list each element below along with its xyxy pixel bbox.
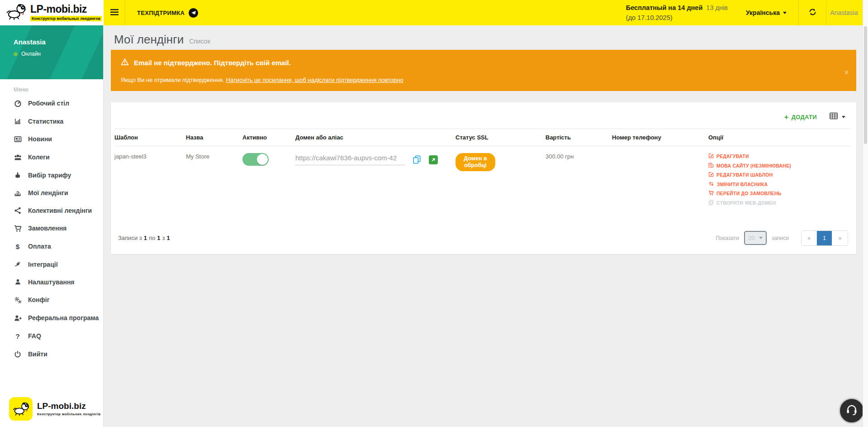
- sidebar-item-referral[interactable]: Реферальна програма: [0, 309, 103, 327]
- scrollbar-thumb[interactable]: [864, 26, 867, 144]
- telegram-icon: [189, 8, 198, 18]
- columns-dropdown[interactable]: [830, 112, 845, 121]
- pagination-next[interactable]: »: [832, 231, 848, 245]
- dollar-icon: $: [14, 243, 22, 250]
- go-to-orders-option[interactable]: ПЕРЕЙТИ ДО ЗАМОВЛЕНЬ: [708, 190, 847, 197]
- landings-card: + ДОДАТИ: [111, 102, 856, 254]
- clone-icon: [708, 200, 714, 206]
- create-web-domain-option: СТВОРИТИ WEB-ДОМЕН: [708, 200, 847, 206]
- change-owner-option[interactable]: ЗМІНИТИ ВЛАСНИКА: [708, 181, 847, 187]
- ssl-status-badge: Домен в обробці: [455, 153, 495, 171]
- trial-days-left: 13 днів: [706, 4, 728, 11]
- cell-price: 300.00 грн: [545, 146, 612, 219]
- add-landing-button[interactable]: + ДОДАТИ: [784, 113, 817, 121]
- support-link[interactable]: ТЕХПІДТРИМКА: [137, 8, 198, 18]
- sidebar-menu: Робочий стіл Статистика Новини Колеги Ви…: [0, 94, 103, 363]
- table-row: japan-steel3 My Store: [114, 146, 851, 219]
- user-plus-icon: [14, 314, 22, 322]
- sidebar-item-payment[interactable]: $ Оплата: [0, 237, 103, 255]
- edit-template-option[interactable]: РЕДАГУВАТИ ШАБЛОН: [708, 172, 847, 178]
- page-title: Мої лендінги: [114, 33, 184, 47]
- page-size-select[interactable]: 20: [744, 231, 767, 245]
- pagination-prev[interactable]: «: [802, 231, 817, 245]
- hand-pointer-icon: [14, 172, 22, 179]
- sidebar-item-logout[interactable]: Вийти: [0, 345, 103, 363]
- sidebar-item-news[interactable]: Новини: [0, 130, 103, 148]
- col-ssl-status: Статус SSL: [455, 129, 545, 146]
- table-footer: Записи з1по1з1 Показати 20 записи « 1 »: [114, 219, 851, 249]
- profile-name: Anastasia: [14, 38, 103, 46]
- brand-name: LP-mobi.biz: [37, 402, 100, 411]
- edit-icon: [708, 153, 714, 159]
- sidebar-item-colleagues[interactable]: Колеги: [0, 148, 103, 166]
- external-link-icon: [429, 155, 438, 164]
- language-dropdown[interactable]: Українська: [746, 9, 787, 16]
- domain-input[interactable]: [295, 153, 405, 165]
- email-warning-banner: Email не підтверджено. Підтвердіть свій …: [111, 50, 856, 91]
- row-options: РЕДАГУВАТИ МОВА САЙТУ (НЕЗМІНЮВАНЕ) РЕДА…: [708, 153, 847, 206]
- refresh-button[interactable]: [799, 0, 826, 25]
- banner-title-text: Email не підтверджено. Підтвердіть свій …: [134, 59, 291, 67]
- sidebar-item-orders[interactable]: Замовлення: [0, 219, 103, 237]
- menu-section-label: Меню: [14, 86, 103, 93]
- sidebar: Anastasia Онлайн Меню Робочий стіл Стати…: [0, 25, 104, 427]
- col-name: Назва: [186, 129, 242, 146]
- sidebar-item-faq[interactable]: ? FAQ: [0, 327, 103, 345]
- cart-icon: [708, 190, 714, 197]
- plus-icon: +: [784, 113, 788, 121]
- trial-plan: Бесплатный на 14 дней: [626, 4, 703, 11]
- hamburger-icon: [110, 9, 119, 17]
- cell-phone: [612, 146, 708, 219]
- sidebar-item-my-landings[interactable]: Мої лендінги: [0, 184, 103, 202]
- page-subtitle: Список: [189, 38, 210, 45]
- open-site-button[interactable]: [429, 155, 438, 164]
- dog-mascot-icon: [5, 3, 26, 22]
- sidebar-profile: Anastasia Онлайн: [0, 25, 103, 79]
- col-template: Шаблон: [114, 129, 186, 146]
- support-label: ТЕХПІДТРИМКА: [137, 10, 185, 16]
- site-language-option[interactable]: МОВА САЙТУ (НЕЗМІНЮВАНЕ): [708, 163, 847, 169]
- col-phone: Номер телефону: [612, 129, 708, 146]
- exchange-icon: [708, 181, 714, 187]
- users-icon: [14, 154, 22, 161]
- sidebar-brand-logo[interactable]: LP-mobi.biz Конструктор мобільних лендін…: [0, 393, 103, 427]
- card-toolbar: + ДОДАТИ: [114, 108, 851, 129]
- col-options: Опції: [708, 129, 851, 146]
- cell-name: My Store: [186, 146, 242, 219]
- language-icon: [708, 163, 714, 169]
- chevron-down-icon: [783, 12, 787, 14]
- power-icon: [14, 350, 22, 358]
- sidebar-item-settings[interactable]: Налаштування: [0, 273, 103, 291]
- chevron-down-icon: [759, 237, 763, 239]
- sidebar-item-tariff[interactable]: Вибір тарифу: [0, 166, 103, 184]
- copy-domain-button[interactable]: [413, 155, 421, 164]
- sidebar-item-statistics[interactable]: Статистика: [0, 112, 103, 130]
- pagination: « 1 »: [801, 230, 848, 246]
- col-price: Вартість: [545, 129, 612, 146]
- landings-table: Шаблон Назва Активно Домен або аліас Ста…: [114, 129, 851, 219]
- col-active: Активно: [242, 129, 295, 146]
- topbar: LP-mobi.biz Конструктор мобильных лендин…: [0, 0, 868, 25]
- profile-status: Онлайн: [14, 51, 103, 57]
- pagination-page-1[interactable]: 1: [817, 231, 832, 245]
- language-label: Українська: [746, 9, 780, 16]
- active-toggle[interactable]: [242, 153, 269, 166]
- topbar-yellow: ТЕХПІДТРИМКА Бесплатный на 14 дней13 дні…: [104, 0, 868, 25]
- sidebar-item-integrations[interactable]: Інтеграції: [0, 255, 103, 273]
- show-label: Показати: [716, 235, 739, 241]
- sidebar-item-dashboard[interactable]: Робочий стіл: [0, 94, 103, 112]
- records-summary: Записи з1по1з1: [118, 235, 172, 241]
- plug-icon: [14, 261, 22, 268]
- scrollbar[interactable]: [863, 0, 868, 427]
- edit-option[interactable]: РЕДАГУВАТИ: [708, 153, 847, 159]
- sidebar-item-config[interactable]: Конфіг: [0, 291, 103, 309]
- close-banner-button[interactable]: ×: [844, 68, 849, 77]
- brand-logo[interactable]: LP-mobi.biz Конструктор мобильных лендин…: [0, 0, 104, 25]
- chat-widget-button[interactable]: [839, 398, 865, 424]
- trial-info: Бесплатный на 14 дней13 днів (до 17.10.2…: [626, 3, 728, 23]
- sidebar-item-collective-landings[interactable]: Колективні лендінги: [0, 202, 103, 219]
- user-menu[interactable]: Anastasia: [826, 9, 868, 16]
- resend-confirmation-link[interactable]: Натисніть це посилання, щоб надіслати пі…: [226, 77, 403, 83]
- menu-toggle-button[interactable]: [104, 0, 125, 25]
- share-icon: [14, 207, 22, 214]
